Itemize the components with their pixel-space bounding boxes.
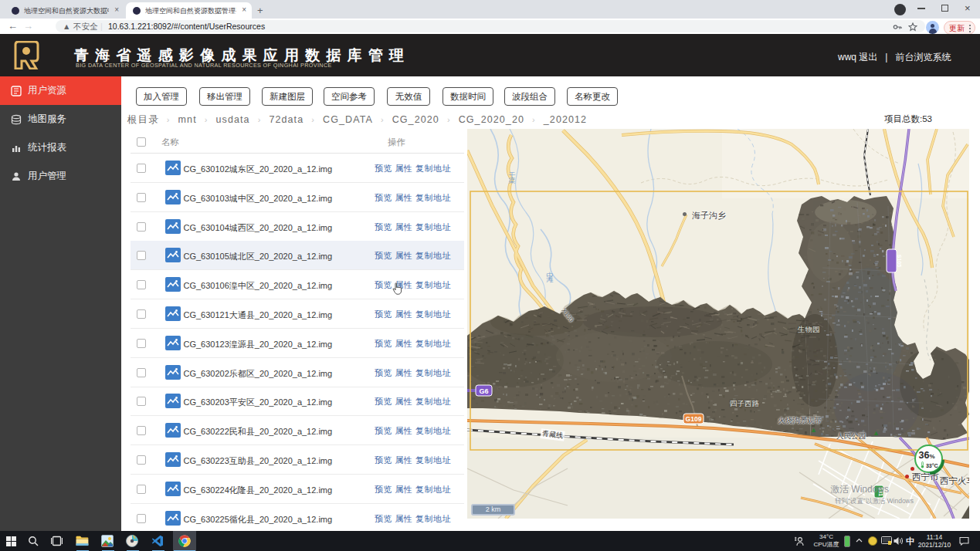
svg-text:G109: G109: [686, 415, 702, 423]
svg-text:S105: S105: [897, 255, 902, 267]
svg-text:G6: G6: [479, 387, 488, 395]
